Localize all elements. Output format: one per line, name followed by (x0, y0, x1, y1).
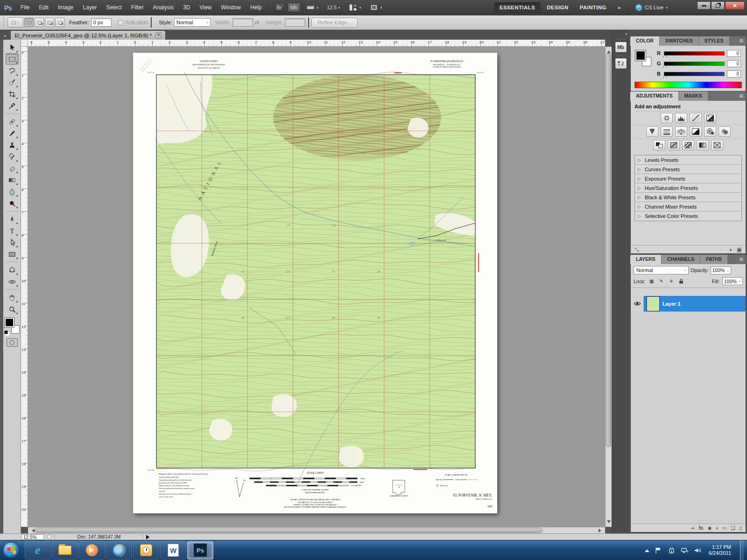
mini-bridge-panel-button[interactable]: Mb (615, 42, 627, 53)
arrange-documents-button[interactable]: ▾ (345, 3, 364, 12)
document-tab[interactable]: El_Porvenir_O35105F4_geo @ 12.5% (Layer … (10, 30, 166, 40)
vertical-ruler[interactable]: 01234567891011121314151617181920 (21, 47, 28, 527)
brush-tool[interactable] (6, 127, 19, 139)
intersect-selection-button[interactable] (55, 18, 64, 27)
channel-mixer-button[interactable] (719, 126, 731, 137)
map-document[interactable]: UNITED STATES DEPARTMENT OF THE INTERIOR… (133, 53, 497, 513)
lock-position-icon[interactable]: ✛ (668, 278, 675, 285)
action-center-flag-icon[interactable] (655, 547, 662, 554)
toggle-view-icon[interactable]: ▣ (737, 246, 742, 253)
tab-channels[interactable]: CHANNELS (662, 255, 700, 264)
zoom-tool[interactable] (6, 303, 19, 315)
show-hidden-icons[interactable] (645, 547, 649, 552)
vertical-scrollbar[interactable] (605, 47, 612, 527)
horizontal-ruler[interactable]: 6543210123456789101112131415161718192021… (28, 40, 605, 47)
remove-hardware-icon[interactable] (668, 547, 676, 554)
taskbar-internet-explorer[interactable]: e (25, 541, 51, 560)
document-close-icon[interactable]: ✕ (155, 32, 162, 38)
panel-menu-icon[interactable]: ▤ (736, 91, 746, 101)
layer-name[interactable]: Layer 1 (662, 301, 681, 307)
style-select[interactable]: Normal▾ (174, 18, 211, 27)
menu-select[interactable]: Select (101, 0, 126, 15)
anti-alias-checkbox[interactable] (118, 20, 123, 25)
3d-object-rotate-tool[interactable] (6, 264, 19, 276)
opacity-input[interactable]: 100%▸ (711, 266, 731, 274)
zoom-level-control[interactable]: 12.5▾ (324, 3, 343, 12)
taskbar-firefox[interactable] (106, 541, 132, 560)
color-balance-button[interactable] (675, 126, 687, 137)
volume-icon[interactable] (694, 547, 702, 554)
levels-button[interactable] (675, 113, 687, 123)
dodge-tool[interactable] (6, 197, 19, 209)
tab-adjustments[interactable]: ADJUSTMENTS (630, 91, 679, 101)
refine-edge-button[interactable]: Refine Edge... (311, 18, 358, 28)
foreground-color-swatch[interactable] (635, 50, 646, 61)
vertical-scroll-thumb[interactable] (606, 53, 611, 447)
restore-button[interactable] (711, 1, 725, 10)
network-icon[interactable] (681, 547, 689, 554)
hue-saturation-button[interactable] (661, 126, 673, 137)
layer-style-icon[interactable]: fx. (698, 525, 704, 531)
panel-grip[interactable] (616, 55, 626, 57)
green-slider-knob[interactable] (662, 63, 667, 69)
invert-button[interactable] (653, 140, 665, 150)
layer-row[interactable]: Layer 1 (631, 296, 746, 312)
tab-swatches[interactable]: SWATCHES (660, 36, 699, 46)
blue-slider-knob[interactable] (662, 73, 667, 79)
show-desktop-button[interactable] (740, 540, 744, 560)
selective-color-button[interactable] (711, 140, 723, 150)
curves-presets-row[interactable]: ▷Curves Presets (635, 165, 741, 174)
workspace-essentials[interactable]: ESSENTIALS (494, 2, 540, 13)
menu-edit[interactable]: Edit (34, 0, 53, 15)
scroll-right-icon[interactable] (599, 529, 603, 532)
taskbar-clock[interactable]: 1:17 PM 6/24/2011 (709, 544, 731, 556)
hue-saturation-presets-row[interactable]: ▷Hue/Saturation Presets (635, 183, 741, 193)
green-value-input[interactable]: 0 (727, 60, 741, 67)
red-value-input[interactable]: 0 (727, 50, 741, 57)
color-spectrum-ramp[interactable] (634, 82, 742, 88)
cs-live-button[interactable]: CS Live▾ (635, 4, 668, 11)
clip-adjustment-icon[interactable]: ◐ (729, 246, 733, 253)
exposure-presets-row[interactable]: ▷Exposure Presets (635, 174, 741, 183)
blue-slider[interactable] (664, 72, 725, 76)
subtract-from-selection-button[interactable] (45, 18, 54, 27)
tab-color[interactable]: COLOR (630, 36, 660, 46)
black-white-presets-row[interactable]: ▷Black & White Presets (635, 193, 741, 202)
link-layers-icon[interactable]: ∞ (691, 525, 694, 531)
lasso-tool[interactable] (6, 65, 19, 77)
taskbar-outlook[interactable] (133, 541, 159, 560)
foreground-color-swatch[interactable] (5, 318, 14, 327)
blue-value-input[interactable]: 0 (727, 70, 741, 77)
horizontal-scroll-thumb[interactable] (35, 528, 543, 533)
eraser-tool[interactable] (6, 162, 19, 174)
scroll-down-icon[interactable] (607, 520, 611, 525)
lock-transparency-icon[interactable]: ▦ (648, 278, 655, 285)
eyedropper-tool[interactable] (6, 100, 19, 112)
tab-styles[interactable]: STYLES (699, 36, 730, 46)
move-tool[interactable] (6, 42, 19, 53)
tab-layers[interactable]: LAYERS (630, 255, 662, 264)
quick-selection-tool[interactable] (6, 77, 19, 88)
pen-tool[interactable] (6, 213, 19, 225)
posterize-button[interactable] (668, 140, 680, 150)
status-flyout-icon[interactable] (146, 535, 152, 539)
layer-visibility-toggle[interactable] (631, 296, 644, 312)
history-brush-tool[interactable] (6, 151, 19, 162)
photo-filter-button[interactable] (704, 126, 716, 137)
rectangular-marquee-tool[interactable] (6, 53, 19, 65)
feather-input[interactable]: 0 px (91, 18, 112, 27)
tab-paths[interactable]: PATHS (700, 255, 728, 264)
taskbar-photoshop[interactable]: Ps (187, 541, 213, 560)
new-layer-icon[interactable]: ❏ (731, 525, 735, 531)
horizontal-scrollbar[interactable] (28, 527, 605, 533)
rectangle-tool[interactable] (6, 248, 19, 260)
panel-color-swatches[interactable] (635, 50, 651, 66)
menu-filter[interactable]: Filter (127, 0, 148, 15)
screen-mode-button[interactable]: ▾ (366, 3, 385, 12)
layer-thumbnail[interactable] (647, 297, 659, 311)
menu-analysis[interactable]: Analysis (148, 0, 178, 15)
options-grip[interactable] (3, 17, 5, 28)
menu-window[interactable]: Window (216, 0, 246, 15)
workspace-overflow-button[interactable]: » (613, 3, 626, 12)
3d-camera-rotate-tool[interactable] (6, 276, 19, 287)
